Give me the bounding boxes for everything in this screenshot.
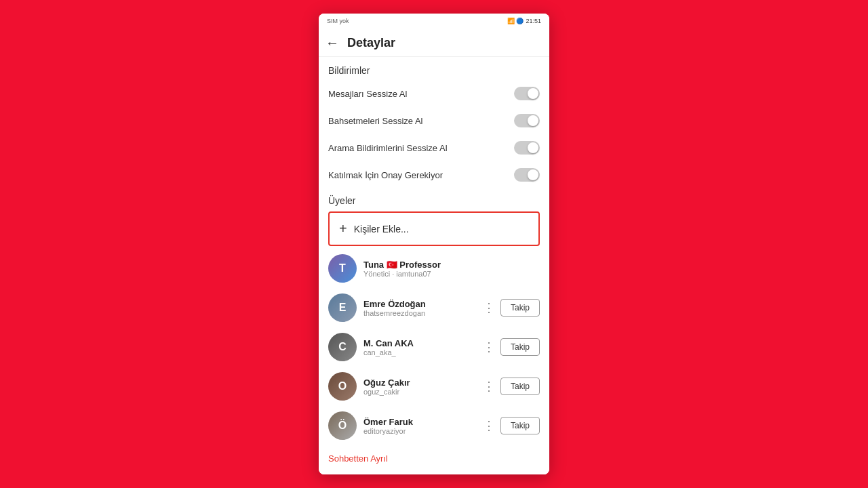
page-title: Detaylar: [347, 36, 395, 50]
member-name-omer: Ömer Faruk: [363, 417, 477, 427]
member-name-emre: Emre Özdoğan: [363, 299, 477, 309]
member-name-can: M. Can AKA: [363, 338, 477, 348]
toggle-approval: Katılmak İçin Onay Gerekiyor: [319, 161, 549, 188]
member-name-tuna: Tuna 🇹🇷 Professor: [363, 260, 540, 270]
dots-menu-can[interactable]: ⋮: [477, 337, 500, 357]
toggle-mentions-label: Bahsetmeleri Sessize Al: [328, 116, 422, 126]
plus-icon: +: [339, 221, 347, 237]
avatar-emre: E: [328, 293, 357, 322]
status-bar-left: SIM yok: [327, 18, 349, 24]
status-bar: SIM yok 📶 🔵 21:51: [319, 14, 549, 28]
member-sub-omer: editoryaziyor: [363, 427, 477, 435]
member-info-can: M. Can AKA can_aka_: [363, 338, 477, 357]
status-time: 21:51: [526, 18, 541, 24]
avatar-can: C: [328, 333, 357, 361]
add-people-button[interactable]: + Kişiler Ekle...: [328, 211, 540, 246]
avatar-oguz: O: [328, 372, 357, 401]
member-sub-can: can_aka_: [363, 348, 477, 357]
toggle-messages: Mesajları Sessize Al: [319, 80, 549, 107]
member-sub-oguz: oguz_cakir: [363, 388, 477, 396]
toggle-mentions: Bahsetmeleri Sessize Al: [319, 107, 549, 134]
add-people-label: Kişiler Ekle...: [354, 224, 409, 235]
phone-container: SIM yok 📶 🔵 21:51 ← Detaylar Bildirimler…: [319, 14, 549, 474]
avatar-tuna: T: [328, 254, 357, 283]
toggle-messages-label: Mesajları Sessize Al: [328, 89, 407, 99]
follow-button-can[interactable]: Takip: [500, 338, 540, 356]
follow-button-oguz[interactable]: Takip: [500, 378, 540, 395]
toggle-approval-switch[interactable]: [514, 168, 540, 182]
leave-chat-button[interactable]: Sohbetten Ayrıl: [319, 445, 549, 472]
dots-menu-oguz[interactable]: ⋮: [477, 376, 500, 396]
follow-button-emre[interactable]: Takip: [500, 299, 540, 317]
status-bar-right: 📶 🔵 21:51: [507, 18, 541, 24]
member-info-oguz: Oğuz Çakır oguz_cakir: [363, 378, 477, 396]
member-row-can: C M. Can AKA can_aka_ ⋮ Takip: [319, 327, 549, 367]
member-sub-emre: thatsemreezdogan: [363, 309, 477, 317]
member-row-tuna: T Tuna 🇹🇷 Professor Yönetici · iamtuna07: [319, 249, 549, 288]
status-icons: 📶 🔵: [507, 18, 524, 24]
member-sub-tuna: Yönetici · iamtuna07: [363, 270, 540, 278]
follow-button-omer[interactable]: Takip: [500, 417, 540, 434]
toggle-messages-switch[interactable]: [514, 87, 540, 100]
member-row-emre: E Emre Özdoğan thatsemreezdogan ⋮ Takip: [319, 288, 549, 327]
toggle-calls: Arama Bildirimlerini Sessize Al: [319, 134, 549, 161]
dots-menu-omer[interactable]: ⋮: [477, 415, 500, 436]
member-info-omer: Ömer Faruk editoryaziyor: [363, 417, 477, 435]
header: ← Detaylar: [319, 28, 549, 57]
member-name-oguz: Oğuz Çakır: [363, 378, 477, 388]
dots-menu-emre[interactable]: ⋮: [477, 298, 500, 318]
member-row-oguz: O Oğuz Çakır oguz_cakir ⋮ Takip: [319, 367, 549, 406]
notifications-section-label: Bildirimler: [319, 57, 549, 80]
member-info-tuna: Tuna 🇹🇷 Professor Yönetici · iamtuna07: [363, 260, 540, 278]
member-info-emre: Emre Özdoğan thatsemreezdogan: [363, 299, 477, 317]
toggle-calls-switch[interactable]: [514, 141, 540, 155]
content-area: Bildirimler Mesajları Sessize Al Bahsetm…: [319, 57, 549, 474]
back-button[interactable]: ←: [326, 35, 339, 51]
toggle-approval-label: Katılmak İçin Onay Gerekiyor: [328, 170, 443, 180]
members-section-label: Üyeler: [319, 188, 549, 209]
avatar-omer: Ö: [328, 411, 357, 440]
member-row-omer: Ö Ömer Faruk editoryaziyor ⋮ Takip: [319, 406, 549, 445]
toggle-mentions-switch[interactable]: [514, 114, 540, 127]
toggle-calls-label: Arama Bildirimlerini Sessize Al: [328, 143, 448, 153]
